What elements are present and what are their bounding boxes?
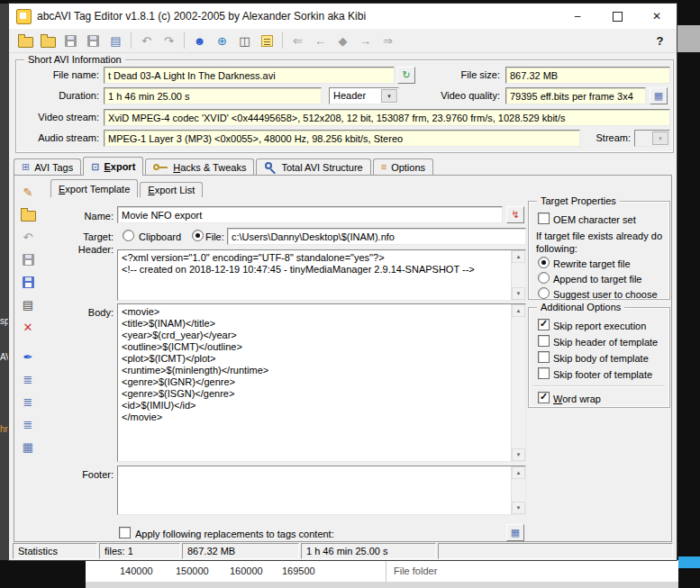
footer-template-textarea[interactable] (118, 466, 511, 514)
imdb-lookup-button[interactable]: ☻ (188, 31, 211, 51)
nav-first-button[interactable]: ⇐ (286, 31, 309, 51)
suggest-user-to-choose-radio[interactable] (538, 287, 550, 299)
skip-report-execution-label[interactable]: Skip report execution (553, 320, 646, 332)
skip-header-of-template-checkbox[interactable] (538, 335, 550, 347)
scroll-up-icon[interactable]: ▲ (512, 250, 525, 263)
template-name-input[interactable] (117, 206, 503, 223)
nav-current-button[interactable]: ◆ (332, 31, 354, 51)
header-template-textarea[interactable]: <?xml version="1.0" encoding="UTF-8" sta… (118, 250, 511, 300)
help-button[interactable]: ? (649, 31, 671, 51)
file-name-label: File name: (16, 68, 99, 81)
target-file-radio[interactable] (192, 230, 204, 241)
video-quality-detail-button[interactable]: ▦ (650, 87, 668, 104)
save-as-button[interactable] (82, 31, 105, 51)
scroll-up-icon[interactable]: ▲ (512, 466, 525, 479)
reload-avi-button[interactable] (37, 31, 59, 51)
save-tags-button[interactable] (59, 31, 82, 51)
copy-info-button[interactable]: ▤ (105, 31, 127, 51)
target-file-path-input[interactable] (227, 228, 526, 245)
replacements-grid-button[interactable]: ▦ (506, 524, 524, 541)
stream-combo[interactable]: ▼ (634, 130, 670, 147)
skip-body-of-template-label[interactable]: Skip body of template (553, 352, 649, 365)
video-stream-label: Video stream: (16, 111, 99, 123)
tab-export[interactable]: ⊡ Export (83, 157, 143, 176)
target-clipboard-label[interactable]: Clipboard (139, 231, 181, 243)
nav-next-icon: → (359, 35, 371, 47)
minimize-button[interactable]: – (558, 4, 597, 29)
rewrite-target-file-label[interactable]: Rewrite target file (553, 258, 631, 270)
file-name-apply-button[interactable]: ↻ (397, 67, 415, 84)
chevron-down-icon[interactable]: ▼ (381, 89, 397, 103)
audio-stream-input[interactable] (104, 130, 580, 147)
internet-button[interactable]: ⊕ (211, 31, 233, 51)
template-name-action-button[interactable]: ↯ (506, 206, 524, 223)
suggest-user-to-choose-label[interactable]: Suggest user to choose (553, 288, 658, 301)
insert-macro-button[interactable]: ≣ (18, 415, 38, 433)
undo-template-button[interactable]: ↶ (18, 228, 38, 246)
video-quality-input[interactable] (505, 87, 646, 104)
skip-footer-of-template-label[interactable]: Skip footer of template (553, 368, 652, 381)
body-template-textarea[interactable]: <movie> <title>$(INAM)</title> <year>$(c… (118, 304, 511, 461)
open-template-button[interactable] (18, 205, 38, 223)
group-title: Additional Options (537, 301, 624, 313)
header-scrollbar[interactable]: ▲ ▼ (511, 250, 525, 300)
rewrite-target-file-radio[interactable] (538, 257, 550, 268)
redo-button[interactable]: ↷ (158, 31, 180, 51)
scroll-down-icon[interactable]: ▼ (512, 502, 525, 514)
target-file-label[interactable]: File: (205, 231, 224, 243)
word-wrap-checkbox[interactable]: ✓ (538, 392, 550, 403)
skip-body-of-template-checkbox[interactable] (538, 351, 550, 363)
skip-report-execution-checkbox[interactable]: ✓ (538, 319, 550, 330)
duration-source-combo[interactable]: Header ▼ (329, 87, 399, 104)
main-tab-bar: ⊞ AVI Tags ⊡ Export Hacks & Tweaks Total… (14, 157, 435, 175)
insert-tag-button[interactable]: ≣ (18, 370, 38, 388)
tab-avi-tags[interactable]: ⊞ AVI Tags (14, 158, 81, 175)
oem-character-set-checkbox[interactable] (538, 213, 550, 224)
insert-field-button[interactable]: ≣ (18, 393, 38, 411)
apply-replacements-label[interactable]: Apply following replacements to tags con… (135, 528, 334, 540)
run-export-button[interactable] (18, 273, 38, 291)
save-template-button[interactable] (18, 250, 38, 268)
group-title: Target Properties (537, 194, 620, 207)
file-size-input[interactable] (505, 67, 670, 84)
open-avi-button[interactable] (14, 31, 37, 51)
tab-total-avi-structure[interactable]: Total AVI Structure (256, 158, 370, 175)
body-scrollbar[interactable]: ▲ ▼ (511, 304, 525, 461)
scroll-up-icon[interactable]: ▲ (512, 304, 525, 317)
edit-template-button[interactable]: ✎ (18, 183, 38, 201)
tab-hacks-tweaks[interactable]: Hacks & Tweaks (145, 158, 254, 175)
nav-next-button[interactable]: → (354, 31, 377, 51)
append-to-target-file-label[interactable]: Append to target file (553, 273, 641, 285)
word-wrap-label[interactable]: Word wrap (553, 393, 601, 405)
new-template-button[interactable]: ▤ (18, 295, 38, 313)
scroll-down-icon[interactable]: ▼ (512, 287, 525, 300)
table-tool-button[interactable]: ▦ (18, 438, 38, 456)
undo-button[interactable]: ↶ (135, 31, 158, 51)
check-icon: ✓ (540, 391, 548, 403)
subtab-export-list[interactable]: Export List (140, 182, 203, 197)
video-tools-button[interactable]: ◫ (233, 31, 256, 51)
notes-button[interactable] (256, 31, 278, 51)
subtab-label: Export List (148, 185, 195, 195)
skip-header-of-template-label[interactable]: Skip header of template (553, 336, 658, 348)
oem-character-set-label[interactable]: OEM character set (553, 213, 636, 226)
nav-prev-button[interactable]: ← (309, 31, 332, 51)
nav-last-button[interactable]: ⇒ (377, 31, 399, 51)
close-button[interactable]: ✕ (637, 4, 677, 29)
pen-tool-button[interactable]: ✒ (18, 348, 38, 366)
footer-scrollbar[interactable]: ▲ ▼ (511, 466, 525, 514)
delete-template-button[interactable]: ✕ (18, 318, 38, 336)
video-stream-input[interactable] (104, 109, 670, 126)
append-to-target-file-radio[interactable] (538, 272, 550, 284)
background-window-patch (677, 25, 700, 52)
target-clipboard-radio[interactable] (123, 230, 134, 241)
scroll-down-icon[interactable]: ▼ (512, 448, 525, 461)
maximize-button[interactable] (597, 4, 637, 29)
duration-input[interactable] (104, 87, 322, 104)
status-statistics: Statistics (13, 543, 97, 559)
file-name-input[interactable] (104, 67, 395, 84)
subtab-export-template[interactable]: Export Template (50, 179, 138, 197)
apply-replacements-checkbox[interactable] (119, 527, 131, 538)
skip-footer-of-template-checkbox[interactable] (538, 367, 550, 379)
tab-options[interactable]: ≡ Options (373, 158, 433, 175)
